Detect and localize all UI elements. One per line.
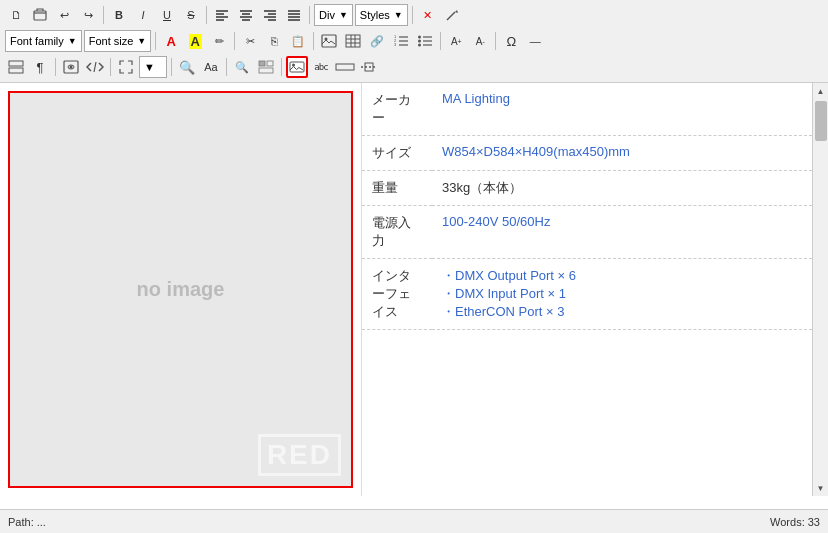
image-panel: no image RED [8,91,353,488]
svg-rect-19 [322,35,336,47]
align-center-button[interactable] [235,4,257,26]
bold-button[interactable]: B [108,4,130,26]
svg-rect-38 [9,61,23,66]
align-right-button[interactable] [259,4,281,26]
sep9 [495,32,496,50]
subscript-button[interactable]: A- [469,30,491,52]
eraser-button[interactable]: ✕ [417,4,439,26]
sep3 [309,6,310,24]
toolbar-row-2: Font family ▼ Font size ▼ A A ✏ ✂ ⎘ 📋 🔗 [2,28,826,54]
watermark: RED [258,434,341,476]
spec-value-maker: MA Lighting [432,83,812,136]
strikethrough-button[interactable]: S [180,4,202,26]
svg-point-36 [418,40,421,43]
styles-dropdown[interactable]: Styles ▼ [355,4,408,26]
main-area: no image RED メーカー MA Lighting サイズ W854×D… [0,83,828,496]
zoom-in-button[interactable]: 🔍 [176,56,198,78]
sep13 [226,58,227,76]
spec-row-weight: 重量 33kg（本体） [362,171,812,206]
underline-button[interactable]: U [156,4,178,26]
spec-label-weight: 重量 [362,171,432,206]
svg-rect-46 [290,62,304,72]
special-char-button[interactable]: Ω [500,30,522,52]
italic-button[interactable]: I [132,4,154,26]
spec-value-interface: DMX Output Port × 6 DMX Input Port × 1 E… [432,259,812,330]
highlight-button[interactable]: A [184,30,206,52]
align-left-button[interactable] [211,4,233,26]
source-button[interactable] [84,56,106,78]
spec-value-power: 100-240V 50/60Hz [432,206,812,259]
cut-button[interactable]: ✂ [239,30,261,52]
paste-button[interactable]: 📋 [287,30,309,52]
zoom-text-button[interactable]: Aa [200,56,222,78]
spec-label-size: サイズ [362,136,432,171]
svg-line-17 [447,12,455,20]
svg-rect-21 [346,35,360,47]
ordered-list-button[interactable]: 123 [390,30,412,52]
font-family-dropdown[interactable]: Font family ▼ [5,30,82,52]
template-button[interactable] [255,56,277,78]
paragraph-button[interactable]: ¶ [29,56,51,78]
link-button[interactable]: 🔗 [366,30,388,52]
sep2 [206,6,207,24]
spec-row-interface: インターフェイス DMX Output Port × 6 DMX Input P… [362,259,812,330]
spec-row-size: サイズ W854×D584×H409(max450)mm [362,136,812,171]
svg-point-37 [418,44,421,47]
open-button[interactable] [29,4,51,26]
sep4 [412,6,413,24]
spec-table: メーカー MA Lighting サイズ W854×D584×H409(max4… [362,83,812,330]
svg-rect-43 [259,61,265,66]
svg-rect-39 [9,68,23,73]
table-button[interactable] [342,30,364,52]
copy-button[interactable]: ⎘ [263,30,285,52]
unordered-list-button[interactable] [414,30,436,52]
scrollbar[interactable]: ▲ ▼ [812,83,828,496]
hr-insert-button[interactable] [334,56,356,78]
font-size-dropdown[interactable]: Font size ▼ [84,30,152,52]
svg-point-41 [70,66,73,69]
svg-rect-45 [259,68,273,73]
preview-button[interactable] [60,56,82,78]
find-button[interactable]: 🔍 [231,56,253,78]
undo-button[interactable]: ↩ [53,4,75,26]
superscript-button[interactable]: A+ [445,30,467,52]
format-dropdown[interactable]: Div ▼ [314,4,353,26]
svg-line-42 [94,62,96,72]
spec-label-maker: メーカー [362,83,432,136]
hr-button[interactable]: — [524,30,546,52]
size-dropdown2[interactable]: ▼ [139,56,167,78]
wand-button[interactable] [441,4,463,26]
sep5 [155,32,156,50]
justify-button[interactable] [283,4,305,26]
svg-rect-0 [34,11,46,20]
spec-row-power: 電源入力 100-240V 50/60Hz [362,206,812,259]
spec-row-maker: メーカー MA Lighting [362,83,812,136]
fullscreen-button[interactable] [115,56,137,78]
scroll-down[interactable]: ▼ [813,480,829,496]
toolbar-row-3: ¶ ▼ 🔍 Aa 🔍 abc [2,54,826,80]
sep10 [55,58,56,76]
image-insert-button[interactable] [318,30,340,52]
sep12 [171,58,172,76]
sep8 [440,32,441,50]
scroll-up[interactable]: ▲ [813,83,829,99]
svg-rect-44 [267,61,273,66]
sep11 [110,58,111,76]
pencil-button[interactable]: ✏ [208,30,230,52]
page-break-button[interactable] [358,56,380,78]
sep7 [313,32,314,50]
status-bar: Path: ... Words: 33 [0,509,828,533]
image-active-button[interactable] [286,56,308,78]
new-button[interactable]: 🗋 [5,4,27,26]
scroll-thumb[interactable] [815,101,827,141]
redo-button[interactable]: ↪ [77,4,99,26]
toolbar-row-1: 🗋 ↩ ↪ B I U S Div ▼ Styles ▼ [2,2,826,28]
no-image-text: no image [137,278,225,301]
path-info: Path: ... [8,516,46,528]
abc-button[interactable]: abc [310,56,332,78]
spec-value-weight: 33kg（本体） [432,171,812,206]
font-color-button[interactable]: A [160,30,182,52]
show-blocks-button[interactable] [5,56,27,78]
svg-point-35 [418,36,421,39]
specs-panel: メーカー MA Lighting サイズ W854×D584×H409(max4… [361,83,812,496]
